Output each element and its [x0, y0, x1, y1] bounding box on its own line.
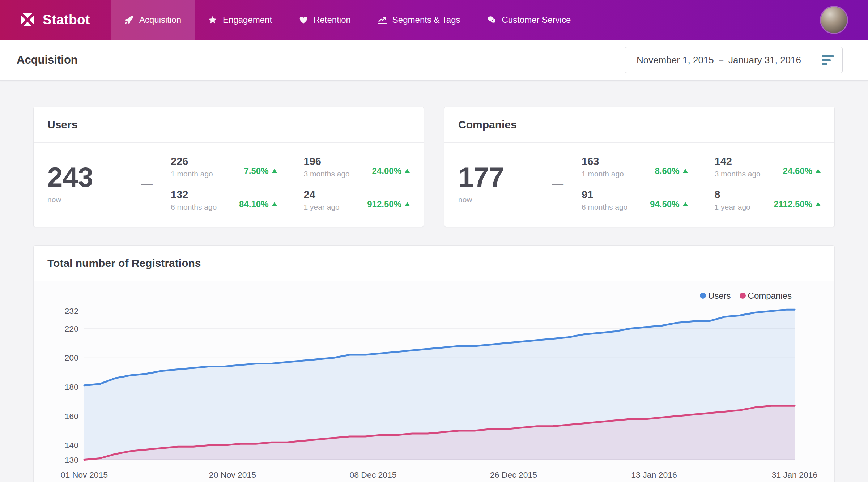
stat-change: 8.60%: [655, 166, 688, 178]
stat-3-months: 142 3 months ago 24.60%: [715, 156, 821, 178]
svg-text:160: 160: [65, 411, 78, 421]
separator-dash: —: [552, 177, 563, 190]
current-stat: 177 now: [458, 163, 532, 204]
stat-1-month: 226 1 month ago 7.50%: [171, 156, 277, 178]
nav-item-customer-service[interactable]: Customer Service: [474, 0, 584, 40]
nav-item-acquisition[interactable]: Acquisition: [111, 0, 195, 40]
past-stats-grid: 226 1 month ago 7.50% 196 3 months ago 2…: [171, 156, 410, 212]
stat-label: 1 month ago: [582, 170, 624, 178]
date-range-picker[interactable]: November 1, 2015 – January 31, 2016: [625, 47, 843, 73]
stat-label: 3 months ago: [715, 170, 761, 178]
main-content: Users 243 now — 226 1 month ago 7.50% 19…: [0, 107, 868, 482]
users-card: Users 243 now — 226 1 month ago 7.50% 19…: [33, 107, 424, 227]
date-range-start: November 1, 2015: [637, 55, 714, 66]
current-value: 177: [458, 163, 532, 191]
stat-change: 84.10%: [239, 199, 277, 212]
stat-change: 2112.50%: [774, 199, 821, 212]
filter-icon[interactable]: [813, 47, 842, 73]
trend-up-icon: [405, 169, 410, 173]
stat-value: 91: [582, 189, 627, 201]
stat-label: 1 month ago: [171, 170, 213, 178]
nav-item-segments-tags[interactable]: Segments & Tags: [364, 0, 474, 40]
chat-icon: [487, 15, 497, 25]
separator-dash: —: [141, 177, 153, 190]
card-body: 243 now — 226 1 month ago 7.50% 196 3 mo…: [34, 143, 424, 227]
stat-value: 8: [715, 189, 750, 201]
card-body: 177 now — 163 1 month ago 8.60% 142 3 mo…: [444, 143, 834, 227]
registrations-line-chart[interactable]: 13014016018020022023201 Nov 201520 Nov 2…: [34, 281, 834, 482]
stat-change: 24.60%: [783, 166, 821, 178]
stat-label: 1 year ago: [304, 203, 340, 212]
top-navbar: Statbot Acquisition Engagement Retention: [0, 0, 868, 40]
svg-text:220: 220: [65, 324, 78, 333]
date-range-text: November 1, 2015 – January 31, 2016: [625, 47, 813, 73]
stat-1-year: 8 1 year ago 2112.50%: [715, 189, 821, 212]
stat-change: 94.50%: [650, 199, 688, 212]
legend-dot-icon: [700, 293, 706, 299]
stat-6-months: 91 6 months ago 94.50%: [582, 189, 688, 212]
trend-up-icon: [816, 169, 821, 173]
svg-text:130: 130: [65, 455, 78, 464]
trend-up-icon: [816, 202, 821, 206]
legend-dot-icon: [740, 293, 746, 299]
stat-1-month: 163 1 month ago 8.60%: [582, 156, 688, 178]
nav-label: Engagement: [223, 15, 272, 25]
current-label: now: [458, 195, 532, 204]
stat-1-year: 24 1 year ago 912.50%: [304, 189, 410, 212]
svg-text:31 Jan 2016: 31 Jan 2016: [772, 470, 817, 479]
user-avatar[interactable]: [821, 7, 847, 33]
page-subheader: Acquisition November 1, 2015 – January 3…: [0, 40, 868, 81]
stat-label: 1 year ago: [715, 203, 750, 212]
nav-item-retention[interactable]: Retention: [285, 0, 364, 40]
svg-text:01 Nov 2015: 01 Nov 2015: [61, 470, 108, 479]
svg-text:180: 180: [65, 382, 78, 392]
statbot-logo-icon: [19, 11, 36, 29]
svg-text:140: 140: [65, 440, 78, 450]
brand-label: Statbot: [43, 12, 90, 27]
nav-item-engagement[interactable]: Engagement: [195, 0, 285, 40]
companies-card: Companies 177 now — 163 1 month ago 8.60…: [444, 107, 835, 227]
nav-label: Customer Service: [502, 15, 571, 25]
rocket-icon: [124, 15, 134, 25]
stat-label: 6 months ago: [582, 203, 627, 212]
stat-value: 196: [304, 156, 350, 167]
nav-label: Retention: [314, 15, 351, 25]
star-icon: [208, 15, 217, 25]
past-stats-grid: 163 1 month ago 8.60% 142 3 months ago 2…: [582, 156, 821, 212]
stat-value: 163: [582, 156, 624, 167]
legend-item-companies[interactable]: Companies: [740, 291, 792, 301]
current-value: 243: [47, 163, 122, 191]
stat-label: 6 months ago: [171, 203, 217, 212]
svg-text:200: 200: [65, 353, 78, 362]
stat-label: 3 months ago: [304, 170, 350, 178]
chart-legend: UsersCompanies: [700, 291, 792, 301]
trend-up-icon: [272, 169, 277, 173]
trend-up-icon: [683, 169, 688, 173]
brand[interactable]: Statbot: [0, 0, 111, 40]
nav-items: Acquisition Engagement Retention Segment…: [111, 0, 584, 40]
registrations-chart-card: Total number of Registrations UsersCompa…: [33, 245, 835, 482]
trend-up-icon: [683, 202, 688, 206]
svg-text:08 Dec 2015: 08 Dec 2015: [349, 470, 396, 479]
current-stat: 243 now: [47, 163, 122, 204]
svg-text:20 Nov 2015: 20 Nov 2015: [209, 470, 256, 479]
stat-3-months: 196 3 months ago 24.00%: [304, 156, 410, 178]
nav-label: Acquisition: [139, 15, 181, 25]
trend-up-icon: [272, 202, 277, 206]
heart-icon: [299, 15, 308, 25]
line-chart-icon: [378, 15, 387, 25]
page-title: Acquisition: [17, 54, 78, 67]
legend-item-users[interactable]: Users: [700, 291, 731, 301]
trend-up-icon: [405, 202, 410, 206]
stat-cards-row: Users 243 now — 226 1 month ago 7.50% 19…: [33, 107, 835, 227]
nav-label: Segments & Tags: [392, 15, 460, 25]
date-range-separator: –: [719, 55, 723, 65]
date-range-end: January 31, 2016: [728, 55, 801, 66]
svg-text:26 Dec 2015: 26 Dec 2015: [490, 470, 537, 479]
svg-text:232: 232: [65, 306, 78, 316]
chart-area: UsersCompanies 13014016018020022023201 N…: [34, 281, 834, 482]
stat-change: 24.00%: [372, 166, 410, 178]
stat-6-months: 132 6 months ago 84.10%: [171, 189, 277, 212]
stat-change: 7.50%: [244, 166, 277, 178]
stat-value: 226: [171, 156, 213, 167]
